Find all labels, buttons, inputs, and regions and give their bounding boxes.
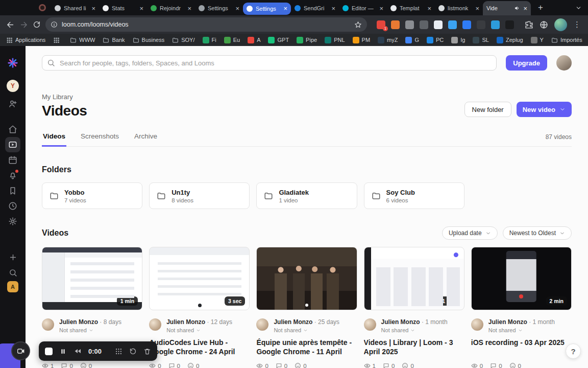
folder-card[interactable]: Soy Club 6 videos [364, 182, 464, 209]
forward-button[interactable] [19, 20, 28, 29]
bookmark-item[interactable]: SL [473, 37, 488, 43]
extension-icon[interactable] [434, 20, 443, 29]
extension-icon[interactable] [405, 20, 414, 29]
author-name[interactable]: Julien Monzo [274, 318, 312, 326]
back-button[interactable] [6, 20, 15, 29]
bookmark-item[interactable]: Importés [551, 37, 582, 43]
stop-recording-button[interactable] [45, 348, 53, 355]
rewind-button[interactable] [74, 347, 82, 355]
sort-field-dropdown[interactable]: Upload date [442, 226, 498, 240]
tab-list-chevron-icon[interactable] [575, 5, 582, 11]
sidebar-item-home[interactable] [5, 122, 20, 137]
bookmark-item[interactable]: A [248, 37, 260, 43]
share-status-dropdown[interactable]: Not shared [381, 327, 448, 333]
video-thumbnail[interactable] [256, 247, 357, 310]
recorder-grid-icon[interactable] [115, 348, 122, 355]
camera-bubble[interactable] [11, 341, 30, 360]
folder-card[interactable]: Gladiatek 1 video [256, 182, 357, 209]
extension-icon[interactable] [491, 20, 500, 29]
extension-icon[interactable] [462, 20, 471, 29]
tab-close-icon[interactable]: × [331, 5, 335, 12]
video-card[interactable]: 1 min Julien Monzo · 1 month Not shared [364, 247, 464, 368]
browser-tab[interactable]: Templat × [387, 1, 435, 15]
browser-tab[interactable]: Settings × [243, 3, 291, 15]
video-title[interactable]: iOS recording - 03 Apr 2025 [471, 338, 572, 356]
extension-icon[interactable]: 1 [377, 20, 385, 29]
share-status-dropdown[interactable]: Not shared [59, 327, 121, 333]
pinned-tab-record-icon[interactable] [39, 4, 46, 11]
tab-close-icon[interactable]: × [427, 5, 431, 12]
bookmark-item[interactable] [53, 37, 62, 43]
bookmark-item[interactable]: GPT [268, 37, 289, 43]
browser-profile-avatar[interactable] [554, 18, 567, 31]
video-thumbnail[interactable]: 1 min [42, 247, 142, 310]
video-card[interactable]: 2 min Julien Monzo · 1 month Not shared [471, 247, 572, 368]
user-avatar[interactable] [556, 55, 572, 71]
tab-close-icon[interactable]: × [379, 5, 383, 12]
library-tab[interactable]: Archive [133, 132, 158, 147]
sidebar-item-meetings[interactable] [5, 152, 20, 168]
sidebar-item-settings[interactable] [5, 214, 20, 229]
loom-logo[interactable] [5, 55, 20, 71]
video-title[interactable]: Équipe unie après tempête - Google Chrom… [256, 338, 357, 356]
video-title[interactable]: AudioCodes Live Hub - Google Chrome - 24… [149, 338, 250, 356]
browser-tab[interactable]: SendGri × [291, 1, 339, 15]
extensions-puzzle-icon[interactable] [525, 20, 533, 29]
reload-button[interactable] [33, 20, 41, 29]
tab-close-icon[interactable]: × [475, 5, 479, 12]
side-panel-globe-icon[interactable] [540, 20, 548, 29]
sidebar-bottom-workspace-avatar[interactable]: A [7, 281, 18, 292]
bookmark-item[interactable]: Business [133, 37, 165, 43]
tab-close-icon[interactable]: × [187, 5, 191, 12]
bookmark-item[interactable]: myZ [378, 37, 398, 43]
video-thumbnail[interactable]: 3 sec [149, 247, 250, 310]
extension-icon[interactable] [505, 20, 514, 29]
extension-icon[interactable] [391, 20, 400, 29]
author-avatar[interactable] [471, 318, 483, 331]
video-card[interactable]: 3 sec Julien Monzo · 12 days Not shared [149, 247, 250, 368]
author-avatar[interactable] [256, 318, 268, 331]
browser-tab[interactable]: Rejoindr × [147, 1, 195, 15]
invite-teammates-icon[interactable] [5, 96, 20, 111]
new-tab-button[interactable]: + [534, 1, 547, 14]
sidebar-item-notifications[interactable] [5, 168, 20, 183]
sort-order-dropdown[interactable]: Newest to Oldest [503, 226, 572, 240]
new-video-button[interactable]: New video [517, 102, 572, 117]
video-title[interactable]: Videos | Library | Loom - 3 April 2025 [364, 338, 464, 356]
author-name[interactable]: Julien Monzo [381, 318, 420, 326]
library-tab[interactable]: Screenshots [80, 132, 120, 147]
folder-card[interactable]: Yobbo 7 videos [42, 182, 142, 209]
browser-menu-icon[interactable]: ⋮ [573, 20, 581, 29]
bookmark-item[interactable]: Fi [203, 37, 216, 43]
bookmark-item[interactable]: PM [353, 37, 371, 43]
bookmark-item[interactable]: Applications [6, 37, 45, 43]
bookmark-item[interactable]: SOY/ [172, 37, 194, 43]
browser-tab[interactable]: Stats × [99, 1, 147, 15]
restart-recording-button[interactable] [129, 348, 137, 355]
bookmark-item[interactable]: PNL [325, 37, 345, 43]
sidebar-item-bookmarks[interactable] [5, 183, 20, 198]
browser-tab[interactable]: Vide × [483, 1, 531, 15]
upgrade-button[interactable]: Upgrade [506, 55, 547, 71]
tab-close-icon[interactable]: × [91, 5, 95, 12]
address-bar[interactable]: loom.com/looms/videos [45, 17, 367, 32]
bookmark-item[interactable]: Pipe [297, 37, 317, 43]
bookmark-item[interactable]: WWW [70, 37, 95, 43]
extension-icon[interactable] [420, 20, 428, 29]
browser-tab[interactable]: Shared li × [51, 1, 99, 15]
new-folder-button[interactable]: New folder [464, 102, 511, 117]
sidebar-item-library[interactable] [5, 137, 20, 152]
video-thumbnail[interactable]: 1 min [364, 247, 464, 310]
share-status-dropdown[interactable]: Not shared [274, 327, 339, 333]
extension-icon[interactable] [448, 20, 457, 29]
tab-close-icon[interactable]: × [139, 5, 143, 12]
bookmark-star-icon[interactable] [354, 21, 362, 29]
video-thumbnail[interactable]: 2 min [471, 247, 572, 310]
video-card[interactable]: Julien Monzo · 25 days Not shared Équipe… [256, 247, 357, 368]
bookmark-item[interactable]: G [405, 37, 419, 43]
author-avatar[interactable] [364, 318, 376, 331]
author-avatar[interactable] [42, 318, 54, 331]
browser-tab[interactable]: listmonk × [435, 1, 483, 15]
tab-close-icon[interactable]: × [283, 5, 287, 12]
bookmark-item[interactable]: Zeplug [497, 37, 523, 43]
